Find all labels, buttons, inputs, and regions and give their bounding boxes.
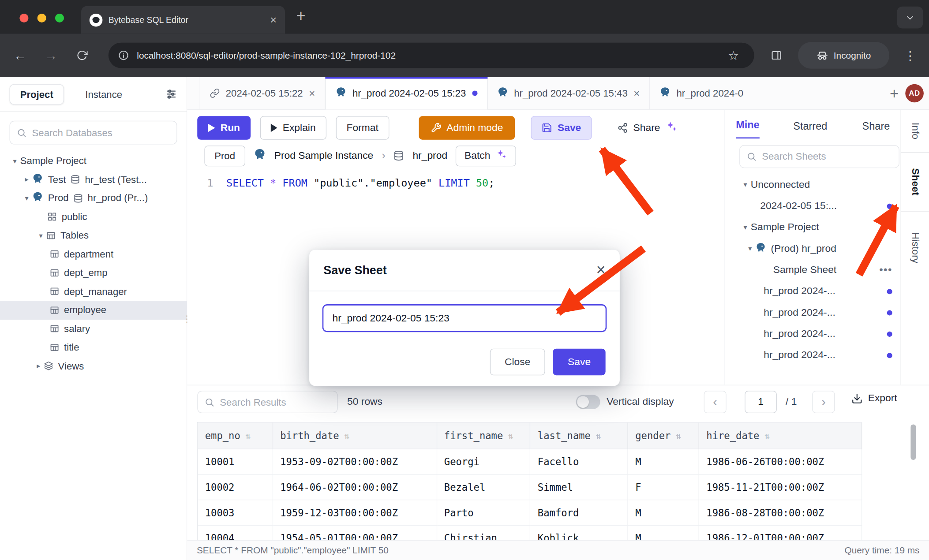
results-search[interactable] — [197, 391, 337, 413]
instance-name[interactable]: Prod Sample Instance — [274, 150, 374, 162]
column-header[interactable]: gender⇅ — [628, 423, 699, 449]
sheet-group-unconnected[interactable]: ▾ Unconnected — [725, 174, 901, 195]
window-minimize-button[interactable] — [37, 14, 46, 22]
page-number-input[interactable] — [745, 391, 777, 413]
sheet-item[interactable]: hr_prod 2024-... — [725, 344, 901, 366]
database-name[interactable]: hr_prod — [412, 150, 447, 162]
tab-search-button[interactable] — [897, 7, 923, 29]
chevron-right-icon[interactable]: ▸ — [33, 362, 44, 370]
tab-share[interactable]: Share — [862, 120, 890, 139]
more-options-icon[interactable]: ••• — [879, 264, 892, 276]
run-button[interactable]: Run — [197, 116, 251, 140]
window-close-button[interactable] — [19, 14, 28, 22]
tree-item-test-env[interactable]: ▸ Test hr_test (Test... — [0, 170, 187, 189]
chevron-down-icon[interactable]: ▾ — [745, 244, 755, 253]
environment-chip[interactable]: Prod — [204, 146, 245, 166]
tab-info[interactable]: Info — [901, 110, 929, 153]
modal-close-button[interactable]: Close — [490, 349, 545, 375]
tab-starred[interactable]: Starred — [793, 120, 827, 139]
explain-button[interactable]: Explain — [260, 116, 326, 140]
sheet-item[interactable]: hr_prod 2024-... — [725, 302, 901, 323]
editor-tab-3[interactable]: hr_prod 2024-02-05 15:43 × — [487, 77, 650, 110]
database-search-input[interactable] — [32, 127, 170, 138]
tree-item-table-employee[interactable]: employee — [0, 301, 187, 319]
sort-icon[interactable]: ⇅ — [596, 431, 601, 440]
tree-item-table-department[interactable]: department — [0, 245, 187, 263]
table-row[interactable]: 10003 1959-12-03T00:00:00Z Parto Bamford… — [198, 500, 862, 526]
sort-icon[interactable]: ⇅ — [345, 431, 349, 440]
table-row[interactable]: 10002 1964-06-02T00:00:00Z Bezalel Simme… — [198, 475, 862, 500]
tree-item-tables-group[interactable]: ▾ Tables — [0, 226, 187, 245]
chevron-down-icon[interactable]: ▾ — [21, 194, 32, 202]
close-icon[interactable]: × — [633, 88, 640, 98]
batch-button[interactable]: Batch — [456, 146, 516, 166]
tab-mine[interactable]: Mine — [736, 119, 760, 138]
editor-tab-2-active[interactable]: hr_prod 2024-02-05 15:23 — [325, 77, 487, 110]
close-icon[interactable]: × — [309, 88, 315, 98]
sheet-name-input[interactable] — [322, 304, 607, 332]
share-button[interactable]: Share — [607, 116, 689, 140]
admin-mode-button[interactable]: Admin mode — [419, 116, 515, 140]
tree-item-schema-public[interactable]: public — [0, 208, 187, 226]
export-button[interactable]: Export — [851, 392, 897, 404]
sort-icon[interactable]: ⇅ — [676, 431, 681, 440]
column-header[interactable]: birth_date⇅ — [273, 423, 437, 449]
reload-button[interactable] — [69, 34, 95, 77]
chevron-down-icon[interactable]: ▾ — [36, 231, 46, 240]
tree-item-table-title[interactable]: title — [0, 338, 187, 357]
tree-item-views-group[interactable]: ▸ Views — [0, 357, 187, 375]
editor-tab-4[interactable]: hr_prod 2024-0 — [650, 77, 753, 110]
sheet-item[interactable]: hr_prod 2024-... — [725, 280, 901, 302]
chevron-right-icon[interactable]: ▸ — [21, 175, 32, 184]
sort-icon[interactable]: ⇅ — [764, 431, 769, 440]
next-page-button[interactable]: › — [812, 391, 835, 413]
window-zoom-button[interactable] — [55, 14, 64, 22]
sheet-item-sample-sheet[interactable]: Sample Sheet ••• — [725, 259, 901, 280]
sheet-item[interactable]: 2024-02-05 15:... — [725, 195, 901, 217]
column-header[interactable]: hire_date⇅ — [699, 423, 862, 449]
tab-history[interactable]: History — [901, 212, 929, 283]
vertical-display-toggle[interactable] — [576, 395, 600, 409]
modal-save-button[interactable]: Save — [553, 349, 605, 375]
format-button[interactable]: Format — [336, 116, 389, 140]
table-row[interactable]: 10004 1954-05-01T00:00:00Z Chirstian Kob… — [198, 526, 862, 540]
prev-page-button[interactable]: ‹ — [704, 391, 727, 413]
sort-icon[interactable]: ⇅ — [246, 431, 251, 440]
database-search[interactable] — [9, 121, 177, 145]
column-header[interactable]: first_name⇅ — [437, 423, 531, 449]
site-info-icon[interactable] — [118, 50, 129, 61]
sort-icon[interactable]: ⇅ — [508, 431, 513, 440]
back-button[interactable]: ← — [7, 34, 33, 77]
forward-button[interactable]: → — [38, 34, 64, 77]
tree-item-prod-env[interactable]: ▾ Prod hr_prod (Pr...) — [0, 189, 187, 207]
editor-tab-1[interactable]: 2024-02-05 15:22 × — [200, 77, 325, 110]
tree-item-table-dept-emp[interactable]: dept_emp — [0, 263, 187, 282]
tab-sheet[interactable]: Sheet — [901, 153, 929, 212]
vertical-scrollbar[interactable] — [910, 425, 916, 460]
sheet-search-input[interactable] — [762, 151, 892, 162]
browser-tab[interactable]: Bytebase SQL Editor × — [81, 6, 285, 34]
url-bar[interactable]: localhost:8080/sql-editor/prod-sample-in… — [109, 43, 754, 68]
tree-item-table-dept-manager[interactable]: dept_manager — [0, 282, 187, 301]
tree-item-project[interactable]: ▾ Sample Project — [0, 152, 187, 170]
filter-sliders-icon[interactable] — [165, 88, 177, 100]
browser-menu-icon[interactable]: ⋮ — [897, 34, 923, 77]
new-sheet-button[interactable]: + — [890, 86, 899, 101]
tab-instance[interactable]: Instance — [85, 89, 122, 100]
results-search-input[interactable] — [220, 396, 330, 408]
new-browser-tab-button[interactable]: + — [296, 8, 306, 24]
column-header[interactable]: last_name⇅ — [531, 423, 628, 449]
column-header[interactable]: emp_no⇅ — [198, 423, 273, 449]
save-button[interactable]: Save — [531, 116, 592, 140]
sql-editor[interactable]: 1 SELECT*FROM"public"."employee"LIMIT50; — [187, 170, 724, 189]
sheet-item[interactable]: hr_prod 2024-... — [725, 323, 901, 344]
side-panel-icon[interactable] — [763, 34, 789, 77]
user-avatar[interactable]: AD — [905, 84, 924, 103]
table-row[interactable]: 10001 1953-09-02T00:00:00Z Georgi Facell… — [198, 449, 862, 475]
browser-tab-close-icon[interactable]: × — [270, 14, 277, 26]
sheet-search[interactable] — [739, 145, 899, 168]
tab-project[interactable]: Project — [9, 84, 64, 105]
sheet-group-prod-db[interactable]: ▾ (Prod) hr_prod — [725, 238, 901, 259]
modal-close-icon[interactable]: × — [596, 262, 605, 278]
chevron-down-icon[interactable]: ▾ — [740, 223, 751, 231]
